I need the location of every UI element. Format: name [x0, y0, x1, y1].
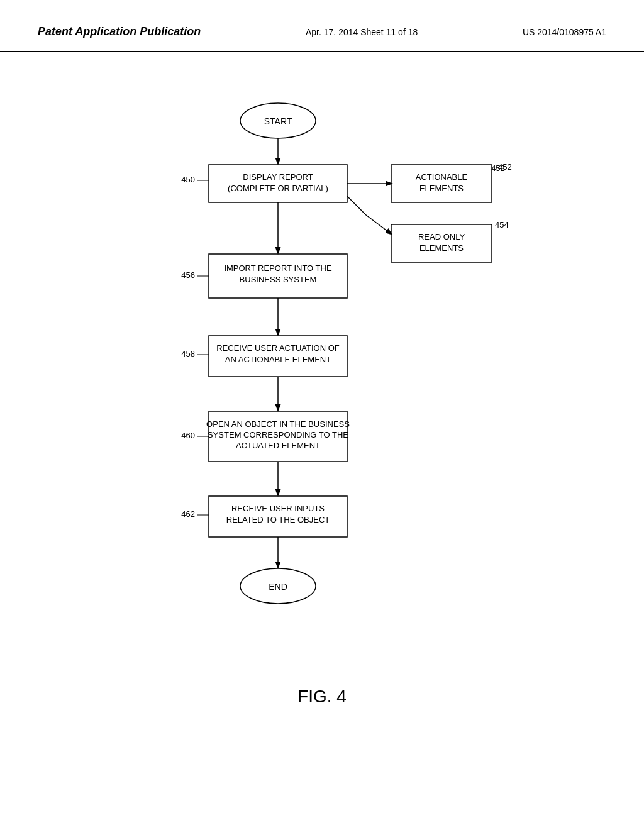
svg-line-10	[366, 215, 391, 234]
header-date-sheet: Apr. 17, 2014 Sheet 11 of 18	[306, 27, 418, 37]
svg-text:452: 452	[498, 162, 512, 172]
svg-line-9	[347, 196, 366, 215]
node-462-text: RECEIVE USER INPUTS	[231, 504, 325, 513]
svg-text:BUSINESS SYSTEM: BUSINESS SYSTEM	[240, 275, 317, 284]
header-publication-label: Patent Application Publication	[38, 25, 201, 38]
svg-text:ELEMENTS: ELEMENTS	[419, 243, 464, 253]
svg-text:AN ACTIONABLE ELEMENT: AN ACTIONABLE ELEMENT	[225, 355, 331, 364]
svg-text:ACTUATED ELEMENT: ACTUATED ELEMENT	[236, 441, 320, 450]
node-456-text: IMPORT REPORT INTO THE	[224, 263, 332, 273]
end-label: END	[269, 582, 287, 592]
node-450-text: DISPLAY REPORT	[243, 172, 313, 182]
flowchart-svg: START 450 DISPLAY REPORT (COMPLETE OR PA…	[102, 89, 542, 643]
start-label: START	[264, 116, 292, 126]
svg-text:(COMPLETE OR PARTIAL): (COMPLETE OR PARTIAL)	[228, 184, 328, 193]
node-458-text: RECEIVE USER ACTUATION OF	[216, 343, 340, 353]
svg-text:RELATED TO THE OBJECT: RELATED TO THE OBJECT	[226, 515, 330, 524]
label-462: 462	[181, 509, 195, 519]
header-patent-number: US 2014/0108975 A1	[523, 27, 606, 37]
node-452-text: ACTIONABLE	[416, 172, 468, 182]
label-460: 460	[181, 431, 195, 440]
node-460-text: OPEN AN OBJECT IN THE BUSINESS	[206, 419, 350, 429]
svg-text:ELEMENTS: ELEMENTS	[419, 184, 464, 193]
label-458: 458	[181, 349, 195, 358]
figure-caption: FIG. 4	[0, 687, 644, 707]
header: Patent Application Publication Apr. 17, …	[0, 0, 644, 52]
diagram-area: START 450 DISPLAY REPORT (COMPLETE OR PA…	[0, 52, 644, 668]
svg-text:SYSTEM CORRESPONDING TO THE: SYSTEM CORRESPONDING TO THE	[208, 430, 348, 440]
label-456: 456	[181, 270, 195, 280]
page: Patent Application Publication Apr. 17, …	[0, 0, 644, 830]
label-450: 450	[181, 175, 195, 184]
node-454-text: READ ONLY	[418, 232, 465, 241]
label-454: 454	[495, 220, 509, 230]
